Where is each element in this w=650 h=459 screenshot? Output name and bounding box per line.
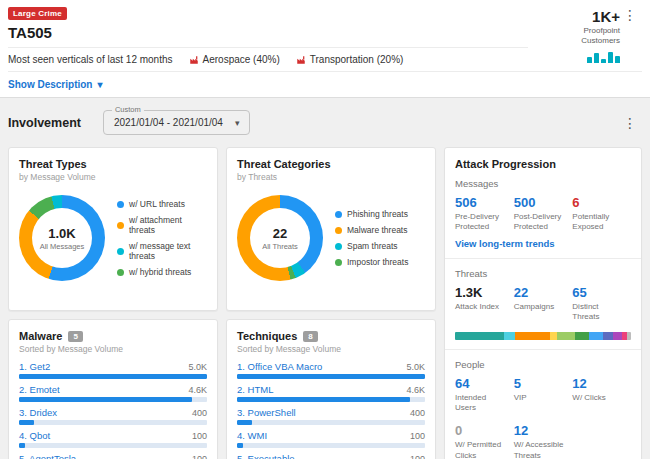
stat-label: Potentially Exposed: [572, 212, 625, 233]
threat-types-donut-chart: 1.0K All Messages: [19, 195, 105, 281]
malware-card: Malware 5 Sorted by Message Volume 1. Ge…: [8, 319, 218, 459]
legend-dot: [335, 259, 342, 266]
techniques-card: Techniques 8 Sorted by Message Volume 1.…: [226, 319, 436, 459]
messages-trends-link[interactable]: View long-term trends: [455, 238, 555, 249]
stat-value: 12: [572, 376, 625, 391]
card-subtitle: by Message Volume: [19, 172, 207, 182]
legend-item: Malware threats: [335, 225, 408, 235]
malware-value: 100: [192, 454, 207, 459]
legend-label: Phishing threats: [347, 209, 408, 219]
industry-icon: [189, 55, 199, 65]
technique-value: 100: [410, 431, 425, 441]
stat-value: 64: [455, 376, 508, 391]
malware-bar: [19, 374, 207, 379]
stat-label: Intended Users: [455, 393, 508, 414]
stat-attack-index: 1.3K Attack Index: [455, 285, 514, 323]
stat-vip: 5 VIP: [514, 376, 573, 414]
verticals-label: Most seen verticals of last 12 months: [8, 54, 173, 65]
legend-dot: [117, 222, 124, 229]
legend-dot: [335, 211, 342, 218]
legend-item: w/ message text threats: [117, 241, 207, 261]
technique-row: 5. Executable100: [237, 453, 425, 459]
card-title: Threat Categories: [237, 158, 425, 170]
technique-row: 4. WMI100: [237, 430, 425, 448]
show-description-label: Show Description: [8, 79, 92, 90]
header-kebab-menu-icon[interactable]: ⋮: [618, 8, 642, 22]
date-range-picker[interactable]: Custom 2021/01/04 - 2021/01/04 ▾: [103, 110, 251, 135]
malware-bar: [19, 420, 207, 425]
technique-link[interactable]: 4. WMI: [237, 430, 267, 441]
stat-label: Attack Index: [455, 302, 508, 312]
malware-bar: [19, 397, 207, 402]
vertical-aerospace: Aerospace (40%): [189, 54, 280, 65]
legend-item: w/ attachment threats: [117, 215, 207, 235]
stat-label: W/ Clicks: [572, 393, 625, 403]
people-stats: 64 Intended Users 5 VIP 12 W/ Clicks 0 W…: [455, 376, 631, 459]
page-title: TA505: [8, 24, 642, 41]
donut-label: All Messages: [40, 242, 85, 251]
vertical-transportation: Transportation (20%): [296, 54, 404, 65]
stat-value: 5: [514, 376, 567, 391]
stat-label: Distinct Threats: [572, 302, 625, 323]
stat-label: W/ Accessible Threats: [514, 440, 567, 459]
malware-value: 100: [192, 431, 207, 441]
technique-value: 4.6K: [406, 385, 425, 395]
malware-bar-list: 1. Get25.0K 2. Emotet4.6K 3. Dridex400 4…: [19, 361, 207, 459]
stat-label: W/ Permitted Clicks: [455, 440, 508, 459]
chevron-down-icon: ▾: [97, 79, 102, 90]
malware-link[interactable]: 3. Dridex: [19, 407, 57, 418]
stat-value: 1.3K: [455, 285, 508, 300]
customers-sparkline-chart: [556, 51, 620, 63]
technique-link[interactable]: 1. Office VBA Macro: [237, 361, 322, 372]
legend-label: w/ attachment threats: [129, 215, 207, 235]
malware-link[interactable]: 4. Qbot: [19, 430, 50, 441]
card-title: Threat Types: [19, 158, 207, 170]
card-title: Techniques: [237, 330, 297, 342]
dashboard-grid: Threat Types by Message Volume 1.0K All …: [0, 141, 650, 459]
legend-label: w/ message text threats: [129, 241, 207, 261]
malware-row: 1. Get25.0K: [19, 361, 207, 379]
stat-value: 12: [514, 423, 567, 438]
techniques-count-badge: 8: [303, 331, 317, 342]
involvement-kebab-menu-icon[interactable]: ⋮: [618, 116, 642, 130]
technique-bar: [237, 374, 425, 379]
technique-link[interactable]: 2. HTML: [237, 384, 273, 395]
show-description-toggle[interactable]: Show Description ▾: [8, 79, 102, 90]
threats-section-label: Threats: [455, 268, 631, 279]
column-middle: Threat Categories by Threats 22 All Thre…: [226, 147, 436, 459]
legend-label: Impostor threats: [347, 257, 408, 267]
legend-item: Phishing threats: [335, 209, 408, 219]
card-subtitle: Sorted by Message Volume: [237, 344, 425, 354]
malware-value: 4.6K: [188, 385, 207, 395]
malware-link[interactable]: 5. AgentTesla: [19, 453, 76, 459]
card-title: Attack Progression: [455, 158, 631, 170]
stat-label: Campaigns: [514, 302, 567, 312]
dropdown-caret-icon: ▾: [235, 118, 240, 128]
stat-value: 22: [514, 285, 567, 300]
stat-campaigns: 22 Campaigns: [514, 285, 573, 323]
stat-potentially-exposed: 6 Potentially Exposed: [572, 195, 631, 233]
card-subtitle: Sorted by Message Volume: [19, 344, 207, 354]
threat-types-card: Threat Types by Message Volume 1.0K All …: [8, 147, 218, 311]
stat-label: VIP: [514, 393, 567, 403]
stat-distinct-threats: 65 Distinct Threats: [572, 285, 631, 323]
industry-icon: [296, 55, 306, 65]
threat-categories-legend: Phishing threats Malware threats Spam th…: [335, 209, 408, 267]
technique-bar: [237, 420, 425, 425]
technique-link[interactable]: 3. PowerShell: [237, 407, 296, 418]
people-section-label: People: [455, 359, 631, 370]
legend-item: Spam threats: [335, 241, 408, 251]
threat-categories-card: Threat Categories by Threats 22 All Thre…: [226, 147, 436, 311]
header: Large Crime TA505 1K+ Proofpoint Custome…: [0, 0, 650, 98]
stat-value: 65: [572, 285, 625, 300]
malware-value: 5.0K: [188, 362, 207, 372]
malware-link[interactable]: 1. Get2: [19, 361, 50, 372]
stat-pre-delivery: 506 Pre-Delivery Protected: [455, 195, 514, 233]
technique-link[interactable]: 5. Executable: [237, 453, 295, 459]
malware-link[interactable]: 2. Emotet: [19, 384, 60, 395]
technique-bar: [237, 443, 425, 448]
stat-value: 0: [455, 423, 508, 438]
column-right: Attack Progression Messages 506 Pre-Deli…: [444, 147, 642, 459]
threat-types-chart-area: 1.0K All Messages w/ URL threats w/ atta…: [19, 195, 207, 281]
legend-dot: [335, 243, 342, 250]
